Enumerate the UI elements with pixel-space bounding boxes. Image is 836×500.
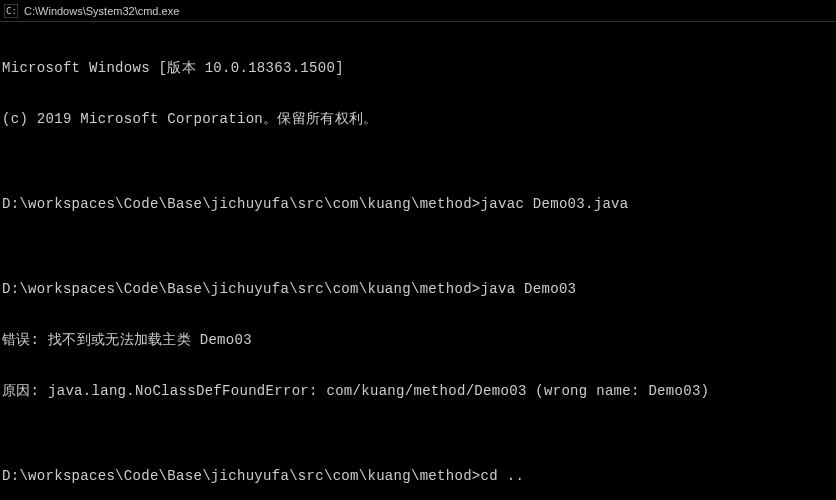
terminal-line: D:\workspaces\Code\Base\jichuyufa\src\co… [2,281,834,298]
terminal-line: 原因: java.lang.NoClassDefFoundError: com/… [2,383,834,400]
terminal-line: (c) 2019 Microsoft Corporation。保留所有权利。 [2,111,834,128]
window-title: C:\Windows\System32\cmd.exe [24,5,179,17]
terminal-line: 错误: 找不到或无法加载主类 Demo03 [2,332,834,349]
terminal-output[interactable]: Microsoft Windows [版本 10.0.18363.1500] (… [0,22,836,500]
terminal-line: Microsoft Windows [版本 10.0.18363.1500] [2,60,834,77]
terminal-line: D:\workspaces\Code\Base\jichuyufa\src\co… [2,468,834,485]
svg-text:C:: C: [6,6,17,16]
cmd-icon: C: [4,4,18,18]
terminal-line: D:\workspaces\Code\Base\jichuyufa\src\co… [2,196,834,213]
window-title-bar[interactable]: C: C:\Windows\System32\cmd.exe [0,0,836,22]
